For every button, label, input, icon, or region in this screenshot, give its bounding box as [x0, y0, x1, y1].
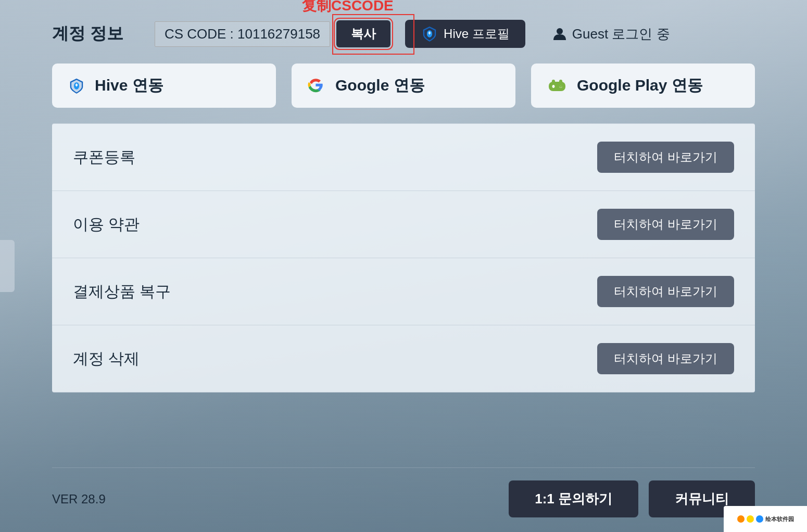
hive-profile-label: Hive 프로필 — [444, 26, 510, 42]
hive-connection-label: Hive 연동 — [95, 75, 163, 96]
terms-label: 이용 약관 — [73, 214, 140, 235]
google-connection-icon — [307, 77, 326, 95]
svg-rect-12 — [559, 80, 562, 83]
hive-connection-button[interactable]: Hive 연동 — [52, 64, 276, 108]
coupon-goto-button[interactable]: 터치하여 바로가기 — [597, 142, 734, 173]
svg-rect-5 — [553, 85, 554, 88]
branding-circle-blue — [756, 515, 763, 523]
svg-rect-11 — [552, 80, 555, 83]
annotation-fuzhicscode: 复制CSCODE — [302, 0, 394, 16]
branding-badge: 绘本软件园 — [724, 506, 807, 532]
payment-label: 결제상품 복구 — [73, 281, 171, 302]
svg-point-0 — [557, 28, 563, 34]
menu-item-terms: 이용 약관 터치하여 바로가기 — [52, 191, 755, 258]
google-play-connection-label: Google Play 연동 — [577, 75, 703, 96]
footer-buttons: 1:1 문의하기 커뮤니티 — [509, 480, 755, 517]
coupon-label: 쿠폰등록 — [73, 147, 135, 168]
copy-area-wrapper: 복사 — [336, 20, 390, 47]
left-tab-hint — [0, 240, 15, 292]
hive-shield-icon — [421, 25, 438, 43]
cs-code-text: CS CODE : 10116279158 — [155, 21, 330, 47]
guest-login: Guest 로그인 중 — [552, 25, 670, 43]
google-connection-button[interactable]: Google 연동 — [292, 64, 515, 108]
person-icon — [552, 27, 567, 41]
connection-row: Hive 연동 Google 연동 — [52, 64, 755, 108]
header-area: 复制CSCODE 계정 정보 CS CODE : 10116279158 복사 … — [52, 0, 755, 64]
menu-list: 쿠폰등록 터치하여 바로가기 이용 약관 터치하여 바로가기 결제상품 복구 터… — [52, 123, 755, 392]
version-label: VER 28.9 — [52, 492, 106, 506]
google-play-connection-button[interactable]: Google Play 연동 — [531, 64, 755, 108]
account-info-label: 계정 정보 — [52, 22, 123, 45]
svg-point-9 — [560, 84, 562, 86]
hive-profile-button[interactable]: Hive 프로필 — [405, 20, 525, 48]
copy-button[interactable]: 복사 — [336, 20, 390, 47]
guest-login-label: Guest 로그인 중 — [572, 25, 670, 43]
menu-item-payment: 결제상품 복구 터치하여 바로가기 — [52, 258, 755, 325]
svg-rect-1 — [549, 82, 565, 91]
branding-circle-orange — [737, 515, 745, 523]
inquiry-button[interactable]: 1:1 문의하기 — [509, 480, 638, 517]
terms-goto-button[interactable]: 터치하여 바로가기 — [597, 209, 734, 240]
hive-connection-icon — [68, 77, 85, 95]
payment-goto-button[interactable]: 터치하여 바로가기 — [597, 276, 734, 307]
menu-item-delete: 계정 삭제 터치하여 바로가기 — [52, 325, 755, 392]
google-play-connection-icon — [547, 75, 568, 96]
delete-goto-button[interactable]: 터치하여 바로가기 — [597, 343, 734, 374]
menu-item-coupon: 쿠폰등록 터치하여 바로가기 — [52, 123, 755, 191]
branding-text: 绘本软件园 — [765, 515, 794, 523]
svg-point-10 — [560, 86, 562, 87]
google-connection-label: Google 연동 — [335, 75, 425, 96]
spacer — [52, 392, 755, 467]
footer-area: VER 28.9 1:1 문의하기 커뮤니티 — [52, 467, 755, 532]
delete-label: 계정 삭제 — [73, 348, 140, 370]
cs-code-section: CS CODE : 10116279158 복사 Hive 프로필 — [155, 20, 670, 48]
branding-circle-yellow — [747, 515, 754, 523]
